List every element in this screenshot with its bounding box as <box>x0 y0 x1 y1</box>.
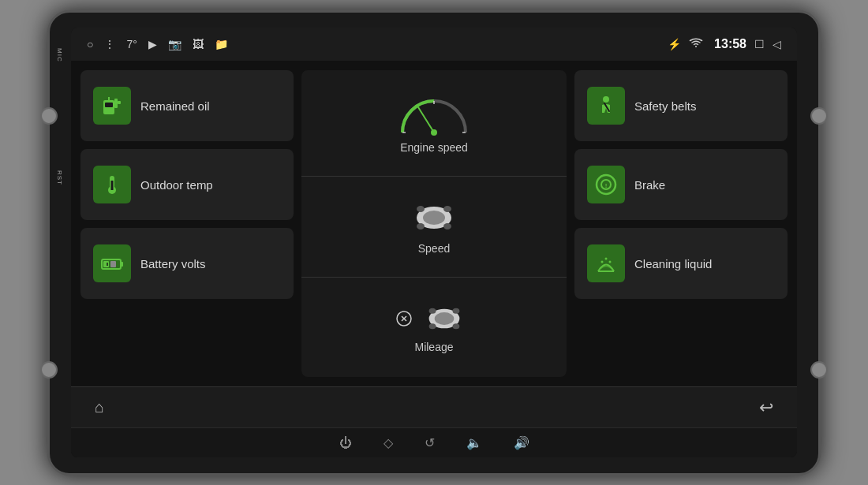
power-button[interactable]: ⏻ <box>339 436 352 450</box>
speed-label: Speed <box>418 242 450 255</box>
status-left: ○ ⋮ 7° ▶ 📷 🖼 📁 <box>87 38 228 50</box>
brake-card[interactable]: ! Brake <box>574 149 788 220</box>
cleaning-liquid-card[interactable]: Cleaning liquid <box>574 228 788 299</box>
svg-point-20 <box>417 206 425 212</box>
svg-point-31 <box>429 323 436 329</box>
brake-icon-bg: ! <box>587 166 625 203</box>
rst-label: RST <box>56 170 63 185</box>
device-outer: MIC RST ○ ⋮ 7° ▶ 📷 🖼 📁 <box>47 10 821 476</box>
battery-volts-label: Battery volts <box>140 257 206 270</box>
cleaning-liquid-label: Cleaning liquid <box>634 257 712 270</box>
volume-up-button[interactable]: 🔊 <box>514 435 529 450</box>
svg-rect-1 <box>105 103 113 107</box>
brake-label: Brake <box>634 178 665 192</box>
left-column: Remained oil Outdoor temp <box>80 70 294 377</box>
svg-point-38 <box>601 261 604 263</box>
mileage-label: Mileage <box>414 341 453 353</box>
svg-point-14 <box>431 129 437 136</box>
mount-hole-tr <box>810 107 828 125</box>
cleaning-liquid-icon-bg <box>587 244 625 282</box>
clock-display: 13:58 <box>714 37 746 51</box>
screen: ○ ⋮ 7° ▶ 📷 🖼 📁 ⚡ <box>71 28 797 457</box>
battery-volts-icon-bg <box>93 244 131 282</box>
svg-rect-10 <box>103 261 109 267</box>
svg-rect-12 <box>110 261 116 267</box>
mount-hole-br <box>810 361 828 379</box>
status-bar: ○ ⋮ 7° ▶ 📷 🖼 📁 ⚡ <box>71 28 797 61</box>
mileage-panel[interactable]: Mileage <box>301 278 567 377</box>
mic-label: MIC <box>56 48 63 62</box>
svg-rect-3 <box>118 101 121 104</box>
speed-panel[interactable]: Speed <box>301 177 567 277</box>
svg-point-40 <box>609 261 612 263</box>
outdoor-temp-card[interactable]: Outdoor temp <box>80 149 294 220</box>
remained-oil-card[interactable]: Remained oil <box>80 70 294 141</box>
wifi-icon <box>689 38 703 51</box>
bluetooth-icon: ⚡ <box>668 38 681 50</box>
back-button[interactable]: ↺ <box>425 435 435 450</box>
svg-point-19 <box>423 211 445 225</box>
main-content: Remained oil Outdoor temp <box>71 61 797 386</box>
svg-rect-9 <box>121 262 123 267</box>
brake-icon: ! <box>594 173 618 196</box>
warning-circle-icon <box>396 311 412 326</box>
nav-home-button[interactable]: ⌂ <box>95 398 104 416</box>
mount-hole-bl <box>40 361 58 379</box>
safety-belts-label: Safety belts <box>634 99 696 113</box>
system-bar: ⏻ ◇ ↺ 🔈 🔊 <box>71 427 797 457</box>
svg-point-29 <box>429 308 436 314</box>
svg-point-28 <box>435 312 455 325</box>
svg-point-32 <box>453 323 460 329</box>
svg-rect-7 <box>111 181 114 190</box>
fuel-icon <box>100 94 124 118</box>
svg-point-21 <box>443 206 451 212</box>
safety-belts-icon-bg <box>587 87 625 125</box>
status-right: ⚡ 13:58 ☐ ◁ <box>668 37 781 51</box>
thermometer-icon <box>100 173 124 196</box>
volume-down-button[interactable]: 🔈 <box>466 435 482 450</box>
photo-icon[interactable]: 🖼 <box>193 38 204 50</box>
speedometer-svg <box>395 93 473 136</box>
remained-oil-label: Remained oil <box>140 99 210 113</box>
right-column: Safety belts ! Brake <box>574 70 788 377</box>
battery-icon <box>100 252 124 275</box>
navigation-bar: ⌂ ↩ <box>71 386 797 427</box>
svg-point-39 <box>605 258 608 260</box>
car-mileage-icon <box>417 301 472 336</box>
car-top-icon <box>402 198 466 237</box>
nav-back-button[interactable]: ↩ <box>759 397 773 418</box>
svg-point-33 <box>603 96 609 103</box>
remained-oil-icon-bg <box>93 87 131 125</box>
svg-rect-2 <box>114 99 118 108</box>
folder-icon[interactable]: 📁 <box>215 38 228 50</box>
svg-text:!: ! <box>605 182 608 189</box>
home-circle-icon[interactable]: ○ <box>87 38 93 50</box>
battery-volts-card[interactable]: Battery volts <box>80 228 294 299</box>
home-button[interactable]: ◇ <box>383 435 393 450</box>
mount-hole-tl <box>40 107 58 125</box>
window-icon[interactable]: ☐ <box>754 38 765 50</box>
svg-point-23 <box>443 223 451 229</box>
safety-belts-card[interactable]: Safety belts <box>574 70 788 141</box>
outdoor-temp-label: Outdoor temp <box>140 178 213 192</box>
svg-line-13 <box>418 107 434 132</box>
camera-icon[interactable]: 📷 <box>168 38 181 50</box>
engine-speed-label: Engine speed <box>400 141 468 154</box>
back-triangle-icon[interactable]: ◁ <box>773 38 781 50</box>
svg-point-22 <box>417 223 425 229</box>
temperature-display: 7° <box>126 38 137 50</box>
wiper-icon <box>594 252 618 275</box>
svg-point-30 <box>453 308 460 314</box>
seatbelt-icon <box>594 94 618 118</box>
center-column: Engine speed <box>301 70 567 377</box>
engine-speed-panel[interactable]: Engine speed <box>301 70 567 177</box>
youtube-icon[interactable]: ▶ <box>148 38 157 50</box>
menu-icon[interactable]: ⋮ <box>104 38 115 50</box>
outdoor-temp-icon-bg <box>93 166 131 203</box>
